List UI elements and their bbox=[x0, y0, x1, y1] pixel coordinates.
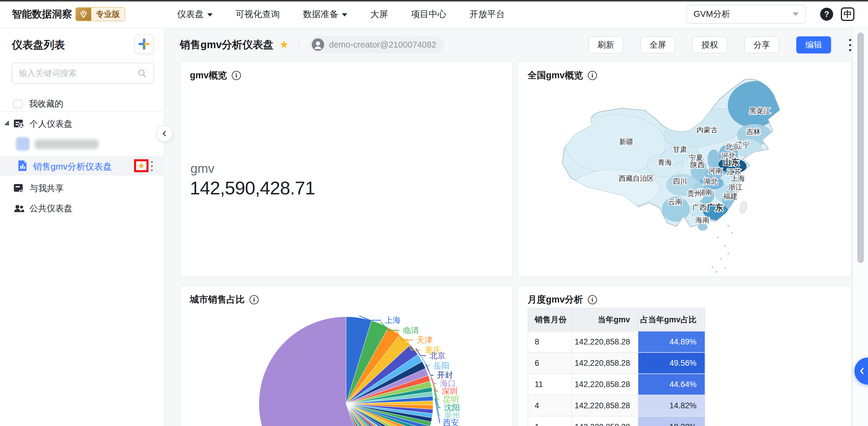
search-input[interactable] bbox=[19, 68, 133, 78]
chevron-down-icon bbox=[342, 13, 347, 17]
sidebar-item-label: 公共仪表盘 bbox=[30, 203, 72, 215]
pie-label: 上海 bbox=[385, 316, 401, 325]
card-title-text: gmv概览 bbox=[190, 69, 227, 82]
province-label: 湖北 bbox=[704, 177, 718, 185]
nav-open-platform[interactable]: 开放平台 bbox=[469, 8, 505, 20]
province-label: 内蒙古 bbox=[696, 126, 718, 134]
nav-visual-query[interactable]: 可视化查询 bbox=[236, 8, 280, 20]
chart-doc-icon bbox=[16, 160, 28, 172]
nav-dashboard[interactable]: 仪表盘 bbox=[177, 8, 213, 20]
nav-data-prep[interactable]: 数据准备 bbox=[303, 8, 347, 20]
nav-open-platform-label: 开放平台 bbox=[469, 8, 505, 20]
sidebar-item-redacted[interactable] bbox=[0, 135, 164, 153]
card-monthly-gmv: 月度gmv分析 i 销售月份 当年gmv 占当年gmv占比 8142,220,8… bbox=[518, 285, 852, 426]
fullscreen-button[interactable]: 全屏 bbox=[640, 36, 675, 54]
workspace-select[interactable]: GVM分析 bbox=[686, 5, 806, 24]
column-header-pct[interactable]: 占当年gmv占比 bbox=[638, 308, 705, 331]
table-row[interactable]: 4142,220,858.2814.82% bbox=[528, 395, 705, 416]
chevron-left-icon bbox=[161, 130, 168, 137]
window-edge bbox=[0, 0, 868, 1]
card-gmv-overview: gmv概览 i gmv 142,590,428.71 bbox=[180, 61, 513, 277]
checkbox-icon[interactable] bbox=[13, 100, 23, 108]
sidebar-search bbox=[12, 63, 154, 84]
favorite-star-icon[interactable]: ★ bbox=[137, 161, 145, 170]
edit-button[interactable]: 编辑 bbox=[796, 36, 831, 54]
authorize-button[interactable]: 授权 bbox=[692, 36, 727, 54]
table-cell: 142,220,858.28 bbox=[571, 331, 638, 352]
nav-project-center[interactable]: 项目中心 bbox=[411, 8, 446, 20]
help-icon[interactable]: ? bbox=[820, 8, 833, 21]
share-button[interactable]: 分享 bbox=[744, 36, 779, 54]
info-icon[interactable]: i bbox=[588, 295, 597, 304]
card-city-sales-share: 城市销售占比 i 上海临清天津重庆北京岳阳开封海口深圳昆明沈阳泉州西安 bbox=[180, 285, 513, 426]
chevron-down-icon bbox=[793, 12, 799, 16]
annotation-highlight-box: ★ bbox=[134, 159, 149, 172]
province-label: 黑龙江 bbox=[749, 107, 771, 115]
china-choropleth-map[interactable]: 新疆西藏自治区青海甘肃内蒙古黑龙江吉林辽宁北京河北山东宁夏陕西河南江苏上海四川湖… bbox=[518, 61, 852, 277]
province-label: 广西 bbox=[692, 203, 707, 211]
nav-visual-query-label: 可视化查询 bbox=[236, 8, 280, 20]
table-row[interactable]: 6142,220,858.2849.56% bbox=[528, 352, 705, 374]
page-title: 销售gmv分析仪表盘 bbox=[180, 38, 273, 52]
table-cell: 44.89% bbox=[638, 331, 705, 352]
sidebar-item-public-dashboards[interactable]: 公共仪表盘 bbox=[0, 201, 164, 216]
province-label: 河南 bbox=[708, 167, 722, 175]
refresh-button[interactable]: 刷新 bbox=[588, 36, 623, 54]
favorites-label: 我收藏的 bbox=[29, 98, 63, 110]
favorite-star-icon[interactable]: ★ bbox=[279, 39, 289, 50]
dashboard-title-group: 销售gmv分析仪表盘 ★ demo-creator@2100074082 bbox=[180, 28, 444, 61]
table-cell: 142,220,858.28 bbox=[571, 374, 638, 395]
add-dashboard-button[interactable] bbox=[134, 34, 154, 54]
info-icon[interactable]: i bbox=[232, 71, 241, 80]
redacted-label bbox=[35, 139, 98, 149]
info-icon[interactable]: i bbox=[249, 295, 259, 304]
province-label: 福建 bbox=[723, 192, 738, 200]
divider bbox=[299, 38, 299, 51]
city-share-pie-chart[interactable]: 上海临清天津重庆北京岳阳开封海口深圳昆明沈阳泉州西安 bbox=[180, 286, 513, 426]
province-label: 海南 bbox=[695, 216, 709, 224]
card-title: 全国gmv概览 i bbox=[528, 69, 597, 82]
column-header-gmv[interactable]: 当年gmv bbox=[571, 308, 638, 331]
sidebar-item-personal-dashboards[interactable]: 个人仪表盘 bbox=[0, 116, 164, 132]
owner-label: demo-creator@2100074082 bbox=[329, 40, 436, 50]
province-label: 浙江 bbox=[728, 183, 743, 191]
diamond-icon bbox=[76, 8, 91, 21]
personal-dashboard-icon bbox=[13, 118, 25, 130]
sidebar-item-shared-with-me[interactable]: 与我共享 bbox=[0, 181, 164, 196]
table-cell: 142,220,858.28 bbox=[571, 352, 638, 374]
table-row[interactable]: 8142,220,858.2844.89% bbox=[528, 331, 705, 352]
table-cell: 4 bbox=[528, 395, 571, 416]
sidebar-item-sales-gmv-dashboard[interactable]: 销售gmv分析仪表盘 ★ bbox=[0, 156, 164, 175]
column-header-month[interactable]: 销售月份 bbox=[528, 308, 571, 331]
expand-caret-icon[interactable] bbox=[4, 120, 11, 128]
pie-label: 岳阳 bbox=[433, 361, 450, 370]
nav-data-prep-label: 数据准备 bbox=[303, 8, 338, 20]
table-row[interactable]: 1142,220,858.2818.32% bbox=[528, 416, 705, 426]
brand-logo[interactable]: 智能数据洞察 bbox=[12, 0, 72, 28]
province-label: 山东 bbox=[723, 158, 740, 167]
sidebar-item-label: 个人仪表盘 bbox=[30, 118, 72, 130]
sidebar-collapse-button[interactable] bbox=[156, 125, 173, 142]
card-title-text: 全国gmv概览 bbox=[528, 69, 583, 82]
divider bbox=[0, 111, 164, 112]
scrollbar-thumb[interactable] bbox=[857, 32, 864, 263]
province-label: 西藏自治区 bbox=[619, 174, 654, 182]
info-icon[interactable]: i bbox=[588, 71, 597, 80]
favorites-filter[interactable]: 我收藏的 bbox=[13, 98, 63, 110]
language-icon[interactable]: 中 bbox=[841, 7, 855, 21]
south-sea-islands bbox=[712, 225, 733, 273]
pie-label: 北京 bbox=[430, 351, 445, 360]
province-label: 贵州 bbox=[687, 189, 702, 197]
dashboard-sidebar: 仪表盘列表 我收藏的 个人仪表盘 销售gmv分析仪表盘 ★ bbox=[0, 28, 164, 426]
more-actions-icon[interactable] bbox=[151, 161, 153, 171]
province-label: 吉林 bbox=[746, 127, 761, 136]
table-row[interactable]: 11142,220,858.2844.64% bbox=[528, 374, 705, 395]
nav-big-screen[interactable]: 大屏 bbox=[370, 8, 388, 20]
table-header-row: 销售月份 当年gmv 占当年gmv占比 bbox=[528, 308, 705, 331]
province-label: 青海 bbox=[658, 158, 672, 166]
province-label: 广东 bbox=[707, 203, 723, 212]
table-cell: 14.82% bbox=[638, 395, 705, 416]
people-icon bbox=[13, 203, 25, 215]
taiwan-island bbox=[739, 201, 748, 214]
province-label: 甘肃 bbox=[673, 145, 687, 153]
